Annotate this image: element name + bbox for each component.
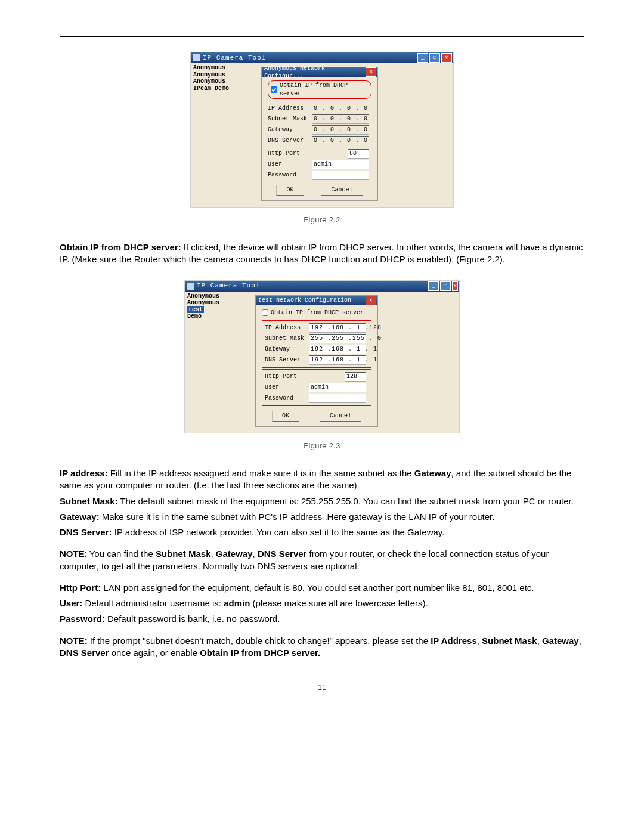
gateway-input[interactable]: 192 .168 . 1 . 1: [309, 345, 366, 354]
port-label: Http Port: [265, 373, 305, 381]
note-1: NOTE: You can find the Subnet Mask, Gate…: [60, 548, 584, 572]
ok-button[interactable]: OK: [272, 411, 299, 422]
subnet-label: Subnet Mask: [265, 335, 305, 343]
dialog-close-icon[interactable]: ✕: [366, 67, 376, 77]
bold-text: Obtain IP from DHCP server:: [60, 242, 181, 252]
dhcp-label: Obtain IP from DHCP server: [280, 82, 369, 98]
dns-label: DNS Server: [265, 356, 305, 364]
app-titlebar: IP Camera Tool _ ☐ ✕: [191, 52, 453, 63]
app-titlebar: IP Camera Tool _ ☐ ✕: [185, 281, 459, 292]
close-icon[interactable]: ✕: [452, 281, 458, 291]
body-text: Make sure it is in the same subnet with …: [100, 512, 495, 522]
maximize-icon[interactable]: ☐: [440, 281, 451, 291]
list-item[interactable]: Anonymous: [193, 78, 259, 85]
port-input[interactable]: 128: [345, 372, 366, 382]
dhcp-label: Obtain IP from DHCP server: [271, 309, 364, 317]
user-input[interactable]: admin: [312, 160, 369, 169]
bold-text: Gateway: [216, 549, 253, 559]
page-number: 11: [60, 683, 584, 692]
bold-text: Gateway:: [60, 512, 100, 522]
body-text: Fill in the IP address assigned and make…: [108, 468, 414, 478]
body-text: : You can find the: [85, 549, 156, 559]
body-text: Default password is bank, i.e. no passwo…: [105, 614, 280, 624]
password-label: Password: [268, 171, 308, 179]
body-text: Default administrator username is:: [82, 598, 224, 608]
dialog-titlebar: Anonymous Network Configur... ✕: [262, 67, 377, 77]
subnet-input[interactable]: 0 . 0 . 0 . 0: [312, 114, 369, 124]
subnet-input[interactable]: 255 .255 .255 . 0: [309, 334, 366, 343]
bold-text: NOTE: [60, 549, 85, 559]
minimize-icon[interactable]: _: [417, 53, 428, 63]
bold-text: Subnet Mask: [156, 549, 211, 559]
body-text: IP address of ISP network provider. You …: [112, 527, 445, 537]
cancel-button[interactable]: Cancel: [321, 185, 363, 196]
bold-text: IP Address: [431, 636, 477, 646]
dns-label: DNS Server: [268, 137, 308, 145]
list-item[interactable]: Anonymous: [187, 299, 253, 306]
dns-input[interactable]: 0 . 0 . 0 . 0: [312, 136, 369, 145]
body-text: LAN port assigned for the equipment, def…: [101, 583, 534, 593]
paragraph-port: Http Port: LAN port assigned for the equ…: [60, 582, 584, 594]
body-text: once again, or enable: [109, 648, 200, 658]
ip-label: IP Address: [265, 324, 305, 332]
bold-text: User:: [60, 598, 82, 608]
body-text: The default subnet mask of the equipment…: [118, 496, 574, 506]
list-item[interactable]: Anonymous: [187, 293, 253, 300]
bold-text: Obtain IP from DHCP server.: [200, 648, 320, 658]
device-list: Anonymous Anonymous test Demo: [185, 292, 255, 433]
ip-input[interactable]: 0 . 0 . 0 . 0: [312, 104, 369, 113]
dialog-close-icon[interactable]: ✕: [366, 296, 376, 305]
list-item-selected[interactable]: test: [187, 306, 204, 314]
bold-text: IP address:: [60, 468, 108, 478]
dialog-title: test Network Configuration: [258, 296, 366, 305]
bold-text: DNS Server: [60, 648, 109, 658]
dhcp-checkbox-row[interactable]: Obtain IP from DHCP server: [268, 80, 371, 99]
list-item[interactable]: Anonymous: [193, 64, 259, 72]
body-text: If the prompt "subnet doesn't match, dou…: [88, 636, 431, 646]
port-input[interactable]: 80: [348, 149, 369, 159]
dialog-titlebar: test Network Configuration ✕: [256, 296, 377, 305]
highlighted-group: IP Address192 .168 . 1 .128 Subnet Mask2…: [262, 320, 371, 368]
screenshot-fig-2-3: IP Camera Tool _ ☐ ✕ Anonymous Anonymous…: [184, 280, 460, 433]
app-title: IP Camera Tool: [197, 281, 428, 290]
ok-button[interactable]: OK: [276, 185, 304, 196]
paragraph-ip: IP address: Fill in the IP address assig…: [60, 467, 584, 492]
bold-text: Http Port:: [60, 583, 101, 593]
gateway-input[interactable]: 0 . 0 . 0 . 0: [312, 125, 369, 135]
password-input[interactable]: [312, 171, 369, 180]
user-label: User: [265, 383, 305, 392]
minimize-icon[interactable]: _: [428, 281, 439, 291]
list-item[interactable]: IPcam Demo: [193, 85, 259, 92]
list-item[interactable]: Demo: [187, 313, 253, 320]
cancel-button[interactable]: Cancel: [320, 411, 361, 422]
dhcp-checkbox-row[interactable]: Obtain IP from DHCP server: [262, 309, 371, 317]
dhcp-checkbox[interactable]: [262, 309, 268, 316]
paragraph-subnet: Subnet Mask: The default subnet mask of …: [60, 496, 584, 507]
paragraph-user: User: Default administrator username is:…: [60, 597, 584, 609]
user-input[interactable]: admin: [309, 383, 366, 392]
note-2: NOTE: If the prompt "subnet doesn't matc…: [60, 635, 584, 659]
app-icon: [187, 283, 194, 290]
password-input[interactable]: [309, 394, 366, 403]
screenshot-fig-2-2: IP Camera Tool _ ☐ ✕ Anonymous Anonymous…: [190, 52, 454, 208]
bold-text: Gateway: [542, 636, 579, 646]
maximize-icon[interactable]: ☐: [429, 53, 440, 63]
ip-label: IP Address: [268, 104, 308, 113]
paragraph-gateway: Gateway: Make sure it is in the same sub…: [60, 511, 584, 523]
bold-text: NOTE:: [60, 636, 88, 646]
dns-input[interactable]: 192 .168 . 1 . 1: [309, 355, 366, 365]
network-config-dialog: Anonymous Network Configur... ✕ Obtain I…: [261, 67, 378, 201]
close-icon[interactable]: ✕: [441, 53, 452, 63]
bold-text: Subnet Mask: [482, 636, 537, 646]
list-item[interactable]: Anonymous: [193, 72, 259, 79]
bold-text: admin: [224, 598, 250, 608]
dhcp-checkbox[interactable]: [271, 86, 277, 93]
subnet-label: Subnet Mask: [268, 115, 308, 123]
paragraph-password: Password: Default password is bank, i.e.…: [60, 613, 584, 625]
app-title: IP Camera Tool: [203, 54, 417, 63]
body-text: (please make sure all are lowercase lett…: [250, 598, 428, 608]
ip-input[interactable]: 192 .168 . 1 .128: [309, 323, 366, 333]
bold-text: Password:: [60, 614, 105, 624]
password-label: Password: [265, 394, 305, 402]
gateway-label: Gateway: [265, 345, 305, 354]
